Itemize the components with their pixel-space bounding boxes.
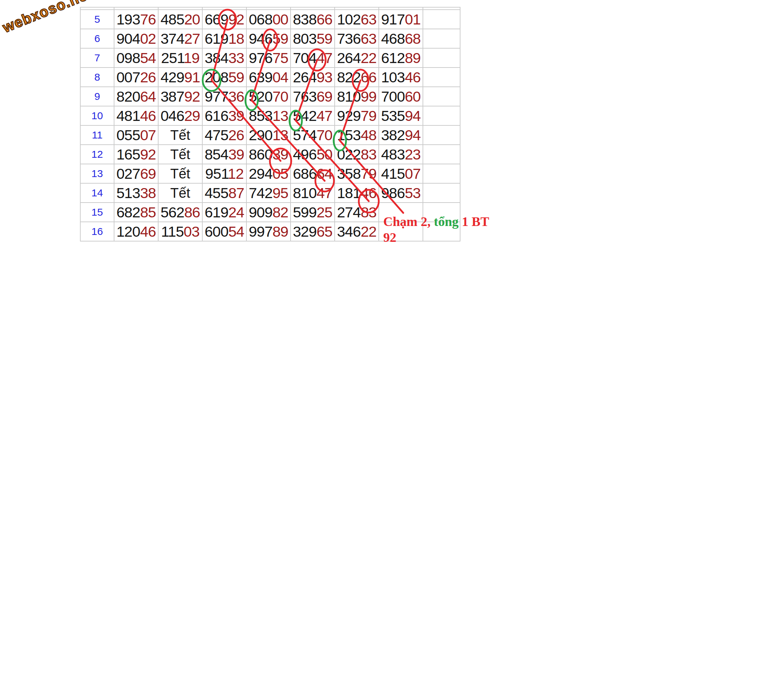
digits-tail: 07 (405, 166, 420, 182)
draw-number[interactable]: 6 (80, 29, 114, 48)
digits-tail: 20 (184, 11, 200, 28)
prediction-number: 92 (383, 230, 489, 245)
result-cell (291, 7, 335, 9)
result-cell: 95112 (202, 164, 246, 183)
result-cell: 85313 (246, 106, 291, 125)
result-cell: 05507 (114, 125, 158, 145)
digits-head: 115 (161, 223, 184, 240)
draw-number[interactable]: 12 (80, 145, 114, 164)
digits-tail: 79 (360, 166, 376, 182)
digits-head: 986 (381, 184, 405, 201)
result-cell: 86039 (246, 145, 291, 164)
digits-head: 860 (249, 146, 272, 162)
draw-number[interactable]: 7 (80, 48, 114, 67)
draw-number[interactable]: 16 (80, 222, 114, 241)
draw-number[interactable]: 8 (80, 67, 114, 87)
result-cell (423, 145, 460, 164)
result-cell: 48520 (158, 9, 202, 29)
digits-tail: 46 (405, 69, 420, 86)
digits-head: 704 (293, 50, 317, 66)
prediction-bt-label: 1 BT (459, 214, 489, 229)
digits-head: 976 (249, 50, 272, 66)
digits-tail: 00 (272, 11, 288, 28)
result-cell: 38294 (379, 125, 423, 145)
result-cell: 90982 (246, 203, 291, 222)
result-cell: Tết (158, 145, 202, 164)
result-cell: 49650 (291, 145, 335, 164)
result-cell (246, 7, 291, 9)
digits-tail: 69 (316, 88, 332, 105)
result-cell: 37427 (158, 29, 202, 48)
draw-number[interactable]: 11 (80, 125, 114, 145)
digits-tail: 02 (140, 30, 156, 47)
result-cell: 60054 (202, 222, 246, 241)
digits-head: 639 (249, 69, 272, 86)
result-cell: 70060 (379, 87, 423, 106)
result-row: 1048146046296163985313542479297953594 (80, 106, 460, 125)
result-cell (423, 183, 460, 203)
result-cell: 16592 (114, 145, 158, 164)
result-cell: 52070 (246, 87, 291, 106)
result-cell: 27483 (335, 203, 379, 222)
digits-tail: 53 (405, 184, 420, 201)
digits-head: 181 (337, 184, 361, 201)
draw-number[interactable]: 5 (80, 9, 114, 29)
digits-tail: 75 (272, 50, 288, 66)
digits-head: 264 (293, 69, 317, 86)
draw-number[interactable]: 9 (80, 87, 114, 106)
result-cell: 82064 (114, 87, 158, 106)
digits-tail: 26 (228, 127, 244, 143)
digits-head: 736 (337, 30, 361, 47)
digits-head: 374 (161, 30, 185, 47)
digits-tail: 60 (405, 88, 420, 105)
result-cell (379, 7, 423, 9)
digits-head: 165 (116, 146, 140, 162)
digits-tail: 25 (316, 204, 332, 220)
result-cell: 35879 (335, 164, 379, 183)
result-cell: 70447 (291, 48, 335, 67)
draw-number[interactable]: 10 (80, 106, 114, 125)
result-cell: 38433 (202, 48, 246, 67)
digits-head: 382 (381, 127, 405, 143)
digits-tail: 46 (140, 108, 156, 124)
result-cell: 85439 (202, 145, 246, 164)
digits-tail: 82 (272, 204, 288, 220)
digits-tail: 39 (272, 146, 288, 162)
digits-tail: 87 (228, 184, 244, 201)
draw-number[interactable]: 14 (80, 183, 114, 203)
draw-number[interactable]: 15 (80, 203, 114, 222)
digits-head: 274 (337, 204, 361, 220)
digits-tail: 29 (184, 108, 200, 124)
digits-tail: 05 (272, 166, 288, 182)
digits-tail: 18 (228, 30, 244, 47)
result-cell: 68664 (291, 164, 335, 183)
digits-tail: 39 (228, 146, 244, 162)
digits-tail: 48 (360, 127, 376, 143)
result-cell: 04629 (158, 106, 202, 125)
digits-tail: 39 (228, 108, 244, 124)
result-cell: 98653 (379, 183, 423, 203)
result-cell: 63904 (246, 67, 291, 87)
digits-head: 542 (293, 108, 317, 124)
result-row: 1451338Tết4558774295810471814698653 (80, 183, 460, 203)
digits-head: 599 (293, 204, 317, 220)
digits-head: 429 (161, 69, 185, 86)
result-cell: 51338 (114, 183, 158, 203)
digits-tail: 94 (405, 127, 420, 143)
result-cell: 20859 (202, 67, 246, 87)
result-cell: 46868 (379, 29, 423, 48)
result-row: 709854251193843397675704472642261289 (80, 48, 460, 67)
result-cell (202, 7, 246, 9)
result-cell: 26493 (291, 67, 335, 87)
digits-head: 120 (116, 223, 140, 240)
digits-head: 997 (249, 223, 272, 240)
digits-tail: 38 (140, 184, 156, 201)
result-cell: 11503 (158, 222, 202, 241)
digits-tail: 83 (360, 146, 376, 162)
digits-tail: 65 (316, 223, 332, 240)
digits-head: 481 (116, 108, 140, 124)
result-cell: 99789 (246, 222, 291, 241)
digits-tail: 59 (228, 69, 244, 86)
digits-tail: 19 (184, 50, 200, 66)
draw-number[interactable]: 13 (80, 164, 114, 183)
